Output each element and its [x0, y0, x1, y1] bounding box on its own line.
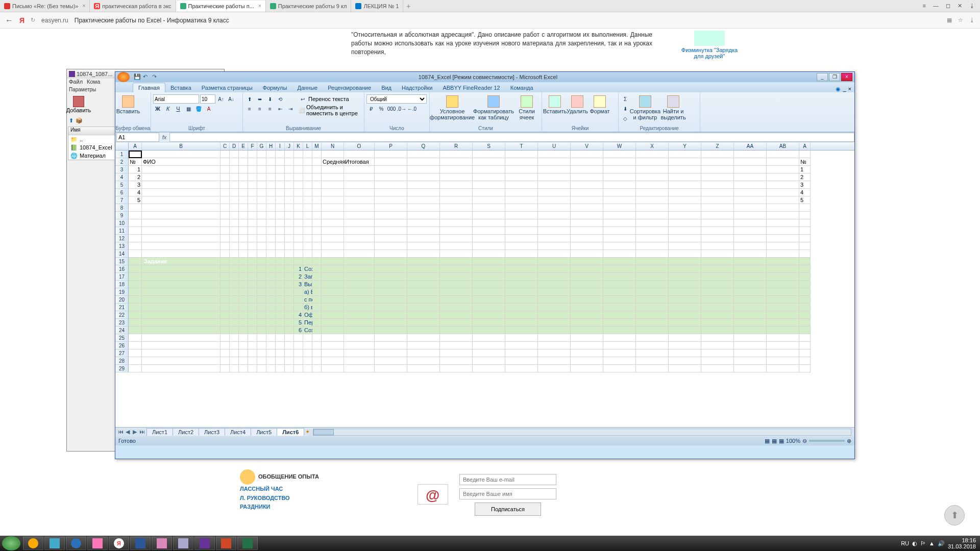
- row-header[interactable]: 7: [115, 196, 129, 204]
- cell[interactable]: [257, 288, 266, 296]
- cell[interactable]: [407, 219, 440, 227]
- cell[interactable]: [276, 151, 285, 158]
- cell[interactable]: [220, 181, 230, 189]
- cell[interactable]: [230, 151, 239, 158]
- cell[interactable]: [473, 189, 505, 196]
- cell[interactable]: [220, 166, 230, 173]
- cell[interactable]: [767, 166, 799, 173]
- cell[interactable]: [344, 242, 375, 250]
- cell[interactable]: [799, 219, 811, 227]
- cell[interactable]: [407, 250, 440, 258]
- cell[interactable]: [248, 219, 257, 227]
- row-header[interactable]: 19: [115, 288, 129, 296]
- cell[interactable]: [636, 158, 669, 166]
- col-header[interactable]: B: [142, 142, 220, 150]
- cell[interactable]: [322, 173, 344, 181]
- cell[interactable]: [312, 265, 322, 273]
- cell[interactable]: [440, 181, 473, 189]
- cell[interactable]: [505, 189, 538, 196]
- cell[interactable]: [276, 196, 285, 204]
- cell[interactable]: [375, 258, 407, 265]
- cell[interactable]: [767, 258, 799, 265]
- cell[interactable]: [312, 158, 322, 166]
- cell[interactable]: [230, 288, 239, 296]
- cell[interactable]: [294, 258, 303, 265]
- cell[interactable]: [276, 173, 285, 181]
- cell[interactable]: [220, 273, 230, 281]
- cell[interactable]: [312, 281, 322, 288]
- row-header[interactable]: 2: [115, 158, 129, 166]
- cell[interactable]: [473, 273, 505, 281]
- add-button[interactable]: Добавить: [68, 95, 89, 114]
- cell[interactable]: [473, 342, 505, 349]
- cell[interactable]: [440, 357, 473, 365]
- cell[interactable]: [701, 296, 734, 304]
- cell[interactable]: [505, 296, 538, 304]
- cell[interactable]: [505, 311, 538, 319]
- cell[interactable]: [239, 250, 248, 258]
- cell[interactable]: [767, 235, 799, 242]
- office-button[interactable]: [117, 72, 130, 82]
- cell[interactable]: [230, 281, 239, 288]
- cell[interactable]: [344, 166, 375, 173]
- cell[interactable]: [285, 212, 294, 219]
- cell[interactable]: [220, 151, 230, 158]
- cell[interactable]: [322, 212, 344, 219]
- cell[interactable]: [276, 265, 285, 273]
- cell[interactable]: [734, 265, 767, 273]
- cell[interactable]: 3: [129, 181, 142, 189]
- row-header[interactable]: 27: [115, 349, 129, 357]
- cell[interactable]: [734, 235, 767, 242]
- cell[interactable]: [505, 288, 538, 296]
- col-header[interactable]: Z: [701, 142, 734, 150]
- taskbar-app[interactable]: [216, 537, 236, 550]
- cell[interactable]: [799, 227, 811, 235]
- cell[interactable]: [239, 357, 248, 365]
- cell[interactable]: [303, 258, 312, 265]
- cell[interactable]: [248, 281, 257, 288]
- download-icon[interactable]: ⭳: [969, 3, 975, 9]
- cell[interactable]: [276, 311, 285, 319]
- cell[interactable]: [701, 235, 734, 242]
- fill-color-icon[interactable]: 🪣: [194, 104, 203, 113]
- cell[interactable]: [799, 204, 811, 212]
- cell[interactable]: [248, 311, 257, 319]
- row-header[interactable]: 4: [115, 173, 129, 181]
- cell[interactable]: [505, 181, 538, 189]
- cell[interactable]: [538, 166, 571, 173]
- cell[interactable]: [571, 189, 603, 196]
- cell[interactable]: [322, 304, 344, 311]
- cell[interactable]: [312, 258, 322, 265]
- cell[interactable]: [294, 242, 303, 250]
- cell[interactable]: [440, 212, 473, 219]
- cell[interactable]: [375, 204, 407, 212]
- cell[interactable]: [375, 319, 407, 327]
- cell[interactable]: [257, 189, 266, 196]
- cell[interactable]: [669, 311, 701, 319]
- cell[interactable]: [322, 235, 344, 242]
- cell[interactable]: [312, 242, 322, 250]
- cell[interactable]: [129, 288, 142, 296]
- bold-icon[interactable]: Ж: [153, 104, 162, 113]
- redo-icon[interactable]: ↷: [152, 73, 159, 81]
- cell[interactable]: [603, 281, 636, 288]
- row-header[interactable]: 13: [115, 242, 129, 250]
- cell[interactable]: Создайте таблицу "Классный журнал" для 1…: [303, 265, 312, 273]
- cell[interactable]: [375, 334, 407, 342]
- cell[interactable]: [344, 227, 375, 235]
- cell[interactable]: [603, 189, 636, 196]
- cell[interactable]: [473, 334, 505, 342]
- cell[interactable]: [734, 296, 767, 304]
- cell[interactable]: 5: [799, 196, 811, 204]
- tab-insert[interactable]: Вставка: [165, 83, 197, 92]
- cell[interactable]: [701, 242, 734, 250]
- cell[interactable]: [701, 365, 734, 372]
- cell[interactable]: [734, 173, 767, 181]
- cell[interactable]: [220, 342, 230, 349]
- cell[interactable]: [266, 181, 276, 189]
- cell[interactable]: [701, 357, 734, 365]
- cell[interactable]: [312, 319, 322, 327]
- format-as-table-button[interactable]: Форматировать как таблицу: [474, 94, 513, 121]
- cell[interactable]: [142, 173, 220, 181]
- cell[interactable]: [303, 173, 312, 181]
